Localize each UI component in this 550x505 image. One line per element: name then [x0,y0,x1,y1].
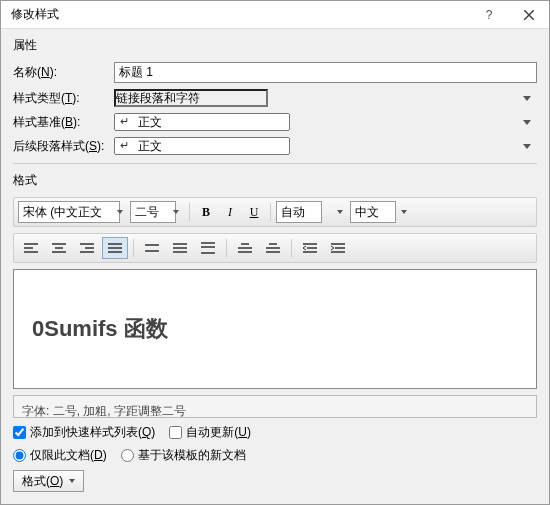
indent-inc-button[interactable] [325,237,351,259]
align-center-button[interactable] [46,237,72,259]
format-heading: 格式 [13,172,537,189]
type-select[interactable] [114,89,268,107]
underline-button[interactable]: U [243,201,265,223]
format-menu-button[interactable]: 格式(O) [13,470,84,492]
next-select[interactable] [114,137,290,155]
title-bar: 修改样式 ? [1,1,549,29]
font-toolbar: 宋体 (中文正文 二号 B I U 自动 中文 [13,197,537,227]
align-right-button[interactable] [74,237,100,259]
properties-heading: 属性 [13,37,537,54]
bold-button[interactable]: B [195,201,217,223]
description-box: 字体: 二号, 加粗, 字距调整二号 行距: 多倍行距 2.41 字行, 段落间… [13,395,537,418]
next-label: 后续段落样式(S): [13,138,108,155]
font-size-select[interactable]: 二号 [130,201,176,223]
space-before-dec-button[interactable] [260,237,286,259]
close-button[interactable] [509,1,549,29]
template-radio[interactable]: 基于该模板的新文档 [121,447,246,464]
align-left-button[interactable] [18,237,44,259]
space-before-inc-button[interactable] [232,237,258,259]
line-spacing-2-button[interactable] [195,237,221,259]
preview-pane: 0Sumifs 函数 [13,269,537,389]
name-label: 名称(N): [13,64,108,81]
window-title: 修改样式 [11,6,59,23]
lang-select[interactable]: 中文 [350,201,396,223]
help-button[interactable]: ? [469,1,509,29]
base-select[interactable] [114,113,290,131]
font-family-select[interactable]: 宋体 (中文正文 [18,201,120,223]
type-label: 样式类型(T): [13,90,108,107]
font-color-select[interactable]: 自动 [276,201,322,223]
this-doc-radio[interactable]: 仅限此文档(D) [13,447,107,464]
line-spacing-1-button[interactable] [139,237,165,259]
paragraph-toolbar [13,233,537,263]
auto-update-checkbox[interactable]: 自动更新(U) [169,424,251,441]
indent-dec-button[interactable] [297,237,323,259]
italic-button[interactable]: I [219,201,241,223]
preview-text: 0Sumifs 函数 [32,314,518,344]
name-input[interactable] [114,62,537,83]
add-quick-checkbox[interactable]: 添加到快速样式列表(Q) [13,424,155,441]
align-justify-button[interactable] [102,237,128,259]
base-label: 样式基准(B): [13,114,108,131]
line-spacing-15-button[interactable] [167,237,193,259]
